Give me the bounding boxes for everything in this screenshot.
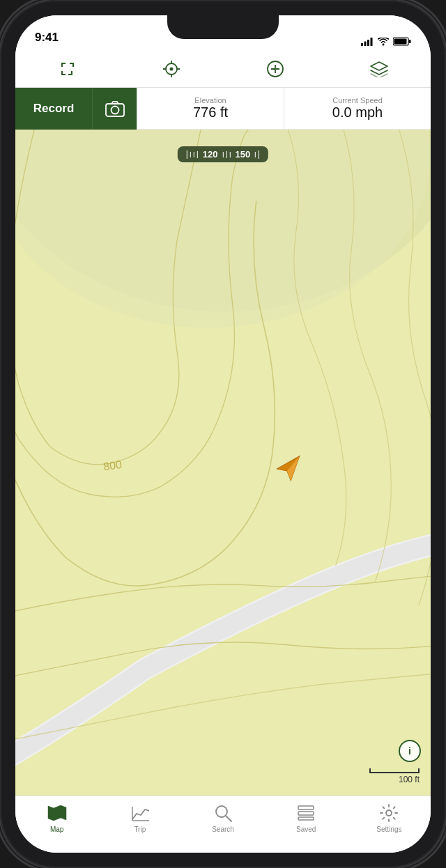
tab-saved[interactable]: Saved [265, 803, 348, 833]
elevation-value: 776 ft [193, 104, 228, 121]
map-svg: 800 [15, 130, 431, 796]
tab-trip-label: Trip [134, 826, 146, 833]
speed-value: 0.0 mph [332, 104, 383, 121]
map-area[interactable]: 800 120 150 [15, 130, 431, 796]
speed-label: Current Speed [332, 96, 383, 104]
layers-button[interactable] [365, 55, 393, 83]
settings-tab-icon [379, 803, 399, 823]
svg-point-32 [386, 810, 392, 816]
scale-label: 100 ft [399, 775, 420, 784]
elevation-ruler: 120 150 [178, 146, 268, 162]
svg-rect-2 [367, 40, 369, 46]
svg-rect-31 [298, 817, 314, 820]
signal-icon [361, 38, 374, 46]
speed-stat: Current Speed 0.0 mph [284, 88, 431, 130]
tab-saved-label: Saved [296, 826, 316, 833]
tab-settings-label: Settings [376, 826, 401, 833]
map-tab-icon [47, 803, 67, 823]
svg-rect-0 [361, 43, 363, 46]
tab-map[interactable]: Map [15, 803, 98, 833]
expand-button[interactable] [54, 55, 82, 83]
svg-rect-1 [364, 41, 367, 46]
camera-button[interactable] [92, 88, 137, 130]
elevation-label: Elevation [194, 96, 226, 104]
phone-screen: 9:41 [15, 15, 431, 853]
status-icons [361, 37, 411, 46]
battery-icon [393, 37, 411, 46]
svg-rect-7 [394, 39, 407, 45]
tab-bar: Map Trip [15, 796, 431, 853]
svg-rect-3 [371, 38, 373, 46]
status-time: 9:41 [35, 31, 59, 46]
toolbar [15, 50, 431, 88]
svg-point-18 [111, 106, 118, 114]
search-tab-icon [213, 803, 233, 823]
stats-container: Elevation 776 ft Current Speed 0.0 mph [137, 88, 431, 130]
scale-bar-container [369, 768, 420, 773]
svg-rect-29 [298, 806, 314, 809]
ruler-mark-2: 150 [233, 149, 254, 160]
saved-tab-icon [296, 803, 316, 823]
record-bar: Record Elevation 776 ft Current Speed 0.… [15, 88, 431, 130]
info-icon: i [408, 745, 411, 757]
svg-rect-6 [409, 40, 411, 43]
info-button[interactable]: i [399, 740, 421, 762]
svg-point-4 [383, 43, 385, 45]
tab-search[interactable]: Search [181, 803, 264, 833]
elevation-stat: Elevation 776 ft [137, 88, 284, 130]
ruler-mark-1: 120 [200, 149, 221, 160]
record-button[interactable]: Record [15, 88, 92, 130]
svg-line-28 [226, 816, 231, 821]
tab-trip[interactable]: Trip [98, 803, 181, 833]
trip-tab-icon [130, 803, 150, 823]
phone-frame: 9:41 [0, 0, 446, 868]
wifi-icon [378, 38, 389, 46]
svg-point-9 [169, 67, 173, 70]
notch [167, 15, 279, 39]
tab-map-label: Map [50, 826, 63, 833]
locate-button[interactable] [157, 55, 185, 83]
tab-settings[interactable]: Settings [348, 803, 431, 833]
scale-ruler: 100 ft [369, 768, 420, 784]
add-waypoint-button[interactable] [261, 55, 289, 83]
svg-rect-30 [298, 812, 314, 815]
tab-search-label: Search [212, 826, 234, 833]
